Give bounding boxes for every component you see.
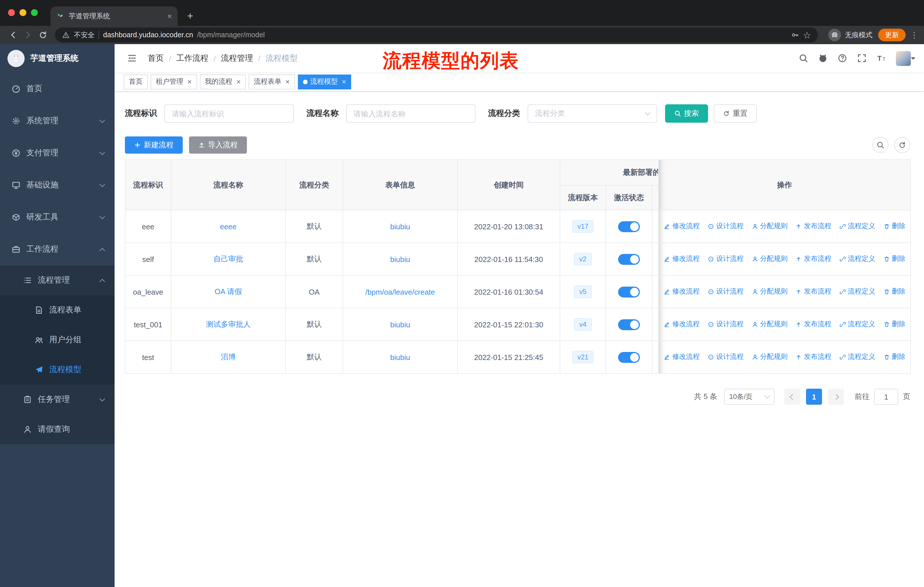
close-icon[interactable]: × <box>236 78 241 85</box>
form-info-link[interactable]: /bpm/oa/leave/create <box>365 288 435 296</box>
active-toggle[interactable] <box>618 221 640 232</box>
action-delete[interactable]: 删除 <box>883 222 905 231</box>
sidebar-item-process-model[interactable]: 流程模型 <box>0 355 115 385</box>
sidebar-item-process-form[interactable]: 流程表单 <box>0 295 115 325</box>
browser-menu-icon[interactable]: ⋮ <box>910 30 918 40</box>
bookmark-star-icon[interactable]: ☆ <box>803 30 811 40</box>
action-publish-process[interactable]: 发布流程 <box>795 287 832 297</box>
action-publish-process[interactable]: 发布流程 <box>795 254 832 264</box>
sidebar-fold-button[interactable] <box>122 49 141 67</box>
action-delete[interactable]: 删除 <box>883 254 905 264</box>
active-toggle[interactable] <box>618 286 640 297</box>
tag-process-model[interactable]: 流程模型 × <box>298 74 351 89</box>
action-edit-process[interactable]: 修改流程 <box>663 319 700 329</box>
action-edit-process[interactable]: 修改流程 <box>663 254 700 264</box>
close-window-button[interactable] <box>8 9 15 16</box>
fullscreen-icon[interactable] <box>857 53 867 63</box>
action-design-process[interactable]: 设计流程 <box>708 287 744 297</box>
sidebar-item-workflow[interactable]: 工作流程 <box>0 233 115 265</box>
tag-process-form[interactable]: 流程表单 × <box>249 74 295 89</box>
action-delete[interactable]: 删除 <box>883 319 905 329</box>
sidebar-item-devtools[interactable]: 研发工具 <box>0 201 115 233</box>
breadcrumb-home[interactable]: 首页 <box>148 53 164 63</box>
password-key-icon[interactable] <box>791 31 799 39</box>
tag-home[interactable]: 首页 <box>124 74 148 89</box>
process-id-input[interactable] <box>164 104 294 123</box>
sidebar-item-home[interactable]: 首页 <box>0 73 115 105</box>
breadcrumb-process-mgmt[interactable]: 流程管理 <box>221 53 253 63</box>
action-assign-rule[interactable]: 分配规则 <box>751 254 787 264</box>
action-design-process[interactable]: 设计流程 <box>708 222 744 231</box>
action-assign-rule[interactable]: 分配规则 <box>751 352 787 362</box>
tag-my-process[interactable]: 我的流程 × <box>200 74 246 89</box>
app-logo-row[interactable]: 芋道管理系统 <box>0 44 115 73</box>
address-bar[interactable]: 不安全 dashboard.yudao.iocoder.cn/bpm/manag… <box>55 28 818 42</box>
process-name-link[interactable]: 自己审批 <box>213 255 243 263</box>
action-edit-process[interactable]: 修改流程 <box>663 287 700 297</box>
action-design-process[interactable]: 设计流程 <box>708 352 744 362</box>
close-icon[interactable]: × <box>342 78 346 85</box>
process-name-link[interactable]: 测试多审批人 <box>206 320 251 329</box>
close-tab-icon[interactable]: × <box>167 12 172 21</box>
page-size-select[interactable]: 10条/页 <box>724 389 774 405</box>
action-delete[interactable]: 删除 <box>883 287 905 297</box>
help-icon[interactable] <box>838 53 847 63</box>
search-button[interactable]: 搜索 <box>665 104 708 123</box>
new-tab-button[interactable]: + <box>182 8 198 24</box>
search-icon[interactable] <box>799 53 808 63</box>
form-info-link[interactable]: biubiu <box>390 320 410 329</box>
action-process-definition[interactable]: 流程定义 <box>839 287 875 297</box>
tag-tenant-mgmt[interactable]: 租户管理 × <box>151 74 197 89</box>
action-design-process[interactable]: 设计流程 <box>708 254 744 264</box>
forward-button[interactable] <box>21 28 36 42</box>
action-edit-process[interactable]: 修改流程 <box>663 352 700 362</box>
minimize-window-button[interactable] <box>20 9 26 16</box>
avatar[interactable] <box>896 51 911 66</box>
action-publish-process[interactable]: 发布流程 <box>795 319 832 329</box>
action-assign-rule[interactable]: 分配规则 <box>751 287 787 297</box>
process-category-select[interactable]: 流程分类 <box>528 104 657 123</box>
next-page-button[interactable] <box>828 389 844 405</box>
active-toggle[interactable] <box>618 319 640 330</box>
zoom-window-button[interactable] <box>31 9 38 16</box>
action-publish-process[interactable]: 发布流程 <box>795 352 832 362</box>
process-name-link[interactable]: eeee <box>220 222 237 231</box>
reset-button[interactable]: 重置 <box>714 104 757 123</box>
close-icon[interactable]: × <box>285 78 290 85</box>
page-1-button[interactable]: 1 <box>806 389 822 405</box>
sidebar-item-payment[interactable]: 支付管理 <box>0 137 115 169</box>
action-process-definition[interactable]: 流程定义 <box>839 319 875 329</box>
prev-page-button[interactable] <box>784 389 800 405</box>
action-assign-rule[interactable]: 分配规则 <box>751 222 787 231</box>
active-toggle[interactable] <box>618 254 640 265</box>
show-search-button[interactable] <box>873 137 888 153</box>
form-info-link[interactable]: biubiu <box>390 255 410 263</box>
action-process-definition[interactable]: 流程定义 <box>839 352 875 362</box>
import-process-button[interactable]: 导入流程 <box>189 136 247 154</box>
close-icon[interactable]: × <box>187 78 191 85</box>
sidebar-item-user-group[interactable]: 用户分组 <box>0 325 115 355</box>
action-edit-process[interactable]: 修改流程 <box>663 222 700 231</box>
reload-button[interactable] <box>36 28 50 42</box>
browser-tab[interactable]: 芋道管理系统 × <box>50 6 178 26</box>
form-info-link[interactable]: biubiu <box>390 222 410 231</box>
action-process-definition[interactable]: 流程定义 <box>839 222 875 231</box>
sidebar-item-system[interactable]: 系统管理 <box>0 105 115 137</box>
sidebar-item-task-mgmt[interactable]: 任务管理 <box>0 385 115 415</box>
action-assign-rule[interactable]: 分配规则 <box>751 319 787 329</box>
github-icon[interactable] <box>818 53 828 63</box>
form-info-link[interactable]: biubiu <box>390 353 410 361</box>
create-process-button[interactable]: 新建流程 <box>125 136 183 154</box>
refresh-table-button[interactable] <box>894 137 910 153</box>
breadcrumb-workflow[interactable]: 工作流程 <box>177 53 208 63</box>
goto-page-input[interactable] <box>874 389 898 405</box>
sidebar-item-process-mgmt[interactable]: 流程管理 <box>0 265 115 295</box>
update-browser-button[interactable]: 更新 <box>878 29 906 41</box>
action-process-definition[interactable]: 流程定义 <box>839 254 875 264</box>
process-name-link[interactable]: 滔博 <box>221 352 236 361</box>
sidebar-item-leave-query[interactable]: 请假查询 <box>0 415 115 444</box>
sidebar-item-infra[interactable]: 基础设施 <box>0 169 115 201</box>
process-name-link[interactable]: OA 请假 <box>214 287 242 296</box>
action-publish-process[interactable]: 发布流程 <box>795 222 832 231</box>
action-design-process[interactable]: 设计流程 <box>708 319 744 329</box>
